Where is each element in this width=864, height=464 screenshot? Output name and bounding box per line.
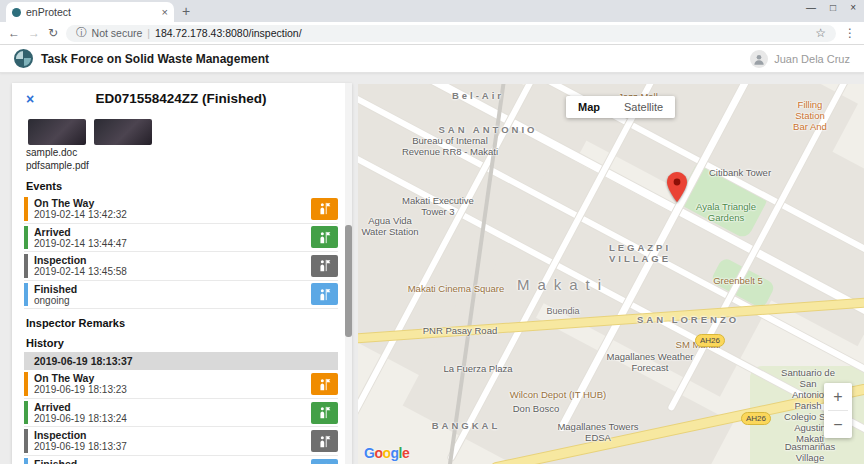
history-row[interactable]: Inspection 2019-06-19 18:13:37	[24, 427, 338, 456]
location-marker-icon[interactable]	[667, 172, 687, 202]
event-label: Arrived	[34, 226, 305, 238]
forward-icon[interactable]: →	[28, 26, 40, 40]
zoom-out-button[interactable]: −	[824, 411, 852, 438]
inspector-flag-icon	[311, 402, 338, 424]
event-color-bar	[24, 372, 28, 396]
highway-badge: AH26	[695, 334, 725, 347]
event-label: Arrived	[34, 401, 305, 413]
event-color-bar	[24, 283, 28, 307]
event-label: Inspection	[34, 254, 305, 266]
satellite-view-button[interactable]: Satellite	[612, 96, 675, 118]
window-minimize-icon[interactable]: —	[806, 2, 816, 13]
tab-favicon-icon	[12, 8, 21, 17]
map-canvas[interactable]: Bel-Air SAN ANTONIO LEGAZPI VILLAGE Maka…	[358, 84, 864, 464]
map-view-button[interactable]: Map	[566, 96, 612, 118]
window-controls: — □ ×	[806, 2, 856, 13]
event-row[interactable]: Inspection 2019-02-14 13:45:58	[24, 252, 338, 281]
history-date-group[interactable]: 2019-06-19 18:13:37	[24, 352, 338, 370]
event-label: Inspection	[34, 429, 305, 441]
not-secure-label: Not secure	[92, 27, 143, 39]
attachment-link[interactable]: pdfsample.pdf	[26, 160, 338, 173]
history-row[interactable]: Arrived 2019-06-19 18:13:24	[24, 399, 338, 428]
inspection-title: ED071558424ZZ (Finished)	[24, 91, 338, 106]
app-logo-icon	[14, 49, 33, 68]
event-color-bar	[24, 197, 28, 221]
inspector-flag-icon	[311, 430, 338, 452]
event-timestamp: 2019-06-19 18:13:23	[34, 384, 305, 396]
inspector-flag-icon	[311, 373, 338, 395]
zoom-in-button[interactable]: +	[824, 383, 852, 410]
url-input[interactable]: ⓘ Not secure | 184.72.178.43:8080/inspec…	[66, 25, 836, 42]
browser-window: enProtect × + — □ × ← → ↻ ⓘ Not secure |…	[0, 0, 864, 464]
user-menu[interactable]: Juan Dela Cruz	[750, 50, 850, 68]
inspector-flag-icon	[311, 283, 338, 305]
inspector-flag-icon	[311, 198, 338, 220]
event-label: Finished	[34, 283, 305, 295]
attachment-link[interactable]: sample.doc	[26, 147, 338, 160]
inspector-flag-icon	[311, 226, 338, 248]
event-color-bar	[24, 254, 28, 278]
events-section-header: Events	[26, 180, 338, 192]
history-row[interactable]: On The Way 2019-06-19 18:13:23	[24, 370, 338, 399]
event-timestamp: 2019-06-19 18:13:24	[34, 413, 305, 425]
attachment-thumbnails	[28, 119, 338, 145]
omnibox-separator: |	[147, 27, 150, 39]
event-color-bar	[24, 429, 28, 453]
event-row[interactable]: Finished ongoing	[24, 281, 338, 310]
event-label: On The Way	[34, 372, 305, 384]
event-color-bar	[24, 226, 28, 250]
zoom-control: + −	[824, 383, 852, 438]
new-tab-button[interactable]: +	[182, 3, 190, 19]
url-text: 184.72.178.43:8080/inspection/	[155, 27, 302, 39]
event-timestamp: ongoing	[34, 295, 305, 307]
tab-close-icon[interactable]: ×	[162, 6, 168, 18]
photo-thumbnail[interactable]	[28, 119, 86, 145]
event-color-bar	[24, 401, 28, 425]
inspection-detail-panel: × ED071558424ZZ (Finished) sample.doc pd…	[12, 83, 352, 464]
browser-menu-icon[interactable]: ⋮	[844, 26, 856, 40]
window-close-icon[interactable]: ×	[850, 2, 856, 13]
panel-scrollbar	[345, 83, 352, 464]
event-row[interactable]: Arrived 2019-02-14 13:44:47	[24, 224, 338, 253]
map-type-toggle: Map Satellite	[566, 96, 675, 118]
panel-scrollbar-thumb[interactable]	[345, 225, 352, 337]
history-row[interactable]: Finished 2019-06-19 18:13:37	[24, 456, 338, 464]
browser-tab[interactable]: enProtect ×	[6, 2, 174, 22]
app-header: Task Force on Solid Waste Management Jua…	[0, 45, 864, 73]
panel-close-icon[interactable]: ×	[26, 91, 34, 107]
highway-badge: AH26	[741, 412, 771, 425]
app-title: Task Force on Solid Waste Management	[41, 52, 269, 66]
bookmark-star-icon[interactable]: ☆	[815, 26, 826, 40]
window-maximize-icon[interactable]: □	[830, 2, 836, 13]
info-icon[interactable]: ⓘ	[76, 26, 87, 40]
user-name: Juan Dela Cruz	[774, 53, 850, 65]
event-row[interactable]: On The Way 2019-02-14 13:42:32	[24, 195, 338, 224]
event-timestamp: 2019-02-14 13:45:58	[34, 266, 305, 278]
inspector-flag-icon	[311, 255, 338, 277]
inspector-flag-icon	[311, 459, 338, 464]
event-color-bar	[24, 458, 28, 464]
tab-title: enProtect	[26, 6, 157, 18]
event-timestamp: 2019-02-14 13:42:32	[34, 209, 305, 221]
address-bar: ← → ↻ ⓘ Not secure | 184.72.178.43:8080/…	[0, 22, 864, 45]
event-label: Finished	[34, 458, 305, 464]
history-section-header: History	[26, 337, 338, 349]
google-logo[interactable]: Google	[364, 445, 409, 461]
tab-strip: enProtect × + — □ ×	[0, 0, 864, 22]
remarks-section-header: Inspector Remarks	[26, 317, 338, 329]
back-icon[interactable]: ←	[8, 26, 20, 40]
event-timestamp: 2019-02-14 13:44:47	[34, 238, 305, 250]
event-timestamp: 2019-06-19 18:13:37	[34, 441, 305, 453]
photo-thumbnail[interactable]	[94, 119, 152, 145]
event-label: On The Way	[34, 197, 305, 209]
refresh-icon[interactable]: ↻	[48, 26, 58, 40]
user-avatar-icon	[750, 50, 768, 68]
